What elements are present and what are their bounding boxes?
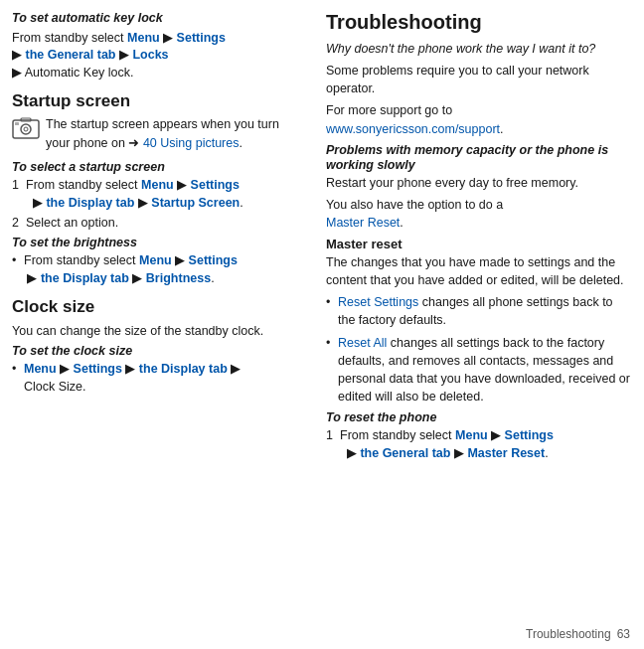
support-url: www.sonyericsson.com/support — [326, 122, 500, 136]
left-column: To set automatic key lock From standby s… — [12, 10, 320, 639]
select-startup-screen-block: To select a startup screen 1 From standb… — [12, 160, 306, 232]
settings-link-2: Settings — [191, 178, 240, 192]
clock-size-block: To set the clock size Menu ▶ Settings ▶ … — [12, 344, 306, 396]
auto-key-lock-instruction: To set automatic key lock From standby s… — [12, 10, 306, 81]
startup-screen-icon-area: The startup screen appears when you turn… — [12, 115, 306, 155]
display-tab-link-2: the Display tab — [41, 271, 129, 285]
clock-size-heading: Clock size — [12, 297, 306, 317]
svg-rect-4 — [15, 122, 19, 125]
reset-settings-bullet: Reset Settings changes all phone setting… — [326, 293, 632, 329]
clock-size-instruction: Menu ▶ Settings ▶ the Display tab ▶Clock… — [12, 360, 306, 396]
general-tab-link-2: the General tab — [360, 446, 450, 460]
using-pictures-link: 40 Using pictures — [143, 136, 240, 150]
startup-screen-description: The startup screen appears when you turn… — [46, 115, 306, 151]
menu-link-2: Menu — [141, 178, 174, 192]
brightness-block: To set the brightness From standby selec… — [12, 236, 306, 287]
memory-heading-block: Problems with memory capacity or the pho… — [326, 142, 632, 172]
settings-link-4: Settings — [74, 362, 122, 376]
camera-icon — [12, 117, 40, 139]
master-reset-menu-link: Master Reset — [467, 446, 545, 460]
display-tab-link-3: the Display tab — [139, 362, 228, 376]
startup-step-1: 1 From standby select Menu ▶ Settings ▶ … — [12, 176, 306, 212]
troubleshoot-para1: Some problems require you to call your n… — [326, 62, 632, 97]
memory-heading: Problems with memory capacity or the pho… — [326, 143, 608, 172]
auto-key-lock-heading: To set automatic key lock — [12, 10, 306, 28]
troubleshooting-heading: Troubleshooting — [326, 10, 632, 34]
clock-size-instruction-heading: To set the clock size — [12, 344, 306, 358]
troubleshoot-para2: For more support go towww.sonyericsson.c… — [326, 101, 632, 137]
reset-all-link: Reset All — [338, 336, 387, 350]
reset-settings-link: Reset Settings — [338, 295, 418, 309]
startup-step-2: 2 Select an option. — [12, 214, 306, 232]
select-startup-heading: To select a startup screen — [12, 160, 306, 174]
brightness-instruction: From standby select Menu ▶ Settings ▶ th… — [12, 251, 306, 287]
footer-label: Troubleshooting — [526, 627, 611, 641]
master-reset-option: You also have the option to do aMaster R… — [326, 196, 632, 232]
clock-size-description: You can change the size of the standby c… — [12, 322, 306, 340]
menu-link-3: Menu — [139, 253, 172, 267]
troubleshoot-question: Why doesn't the phone work the way I wan… — [326, 40, 632, 58]
svg-point-2 — [21, 124, 31, 134]
auto-key-lock-body: From standby select Menu ▶ Settings ▶ th… — [12, 31, 226, 80]
svg-point-3 — [24, 127, 28, 131]
settings-link-3: Settings — [189, 253, 238, 267]
startup-screen-heading: Startup screen — [12, 91, 306, 111]
reset-all-bullet: Reset All changes all settings back to t… — [326, 334, 632, 406]
brightness-heading: To set the brightness — [12, 236, 306, 249]
menu-link-5: Menu — [455, 428, 488, 442]
footer-page: 63 — [617, 627, 630, 641]
startup-screen-link: Startup Screen — [151, 196, 240, 210]
page-footer: Troubleshooting 63 — [526, 627, 630, 641]
reset-phone-heading: To reset the phone — [326, 410, 632, 424]
locks-link: Locks — [132, 48, 168, 62]
reset-step-1: 1 From standby select Menu ▶ Settings ▶ … — [326, 426, 632, 462]
general-tab-link: the General tab — [25, 48, 115, 62]
master-reset-link: Master Reset — [326, 216, 400, 230]
display-tab-link-1: the Display tab — [46, 196, 134, 210]
menu-link-4: Menu — [24, 362, 57, 376]
master-reset-section-heading: Master reset — [326, 237, 632, 251]
menu-link-1: Menu — [127, 31, 160, 45]
settings-link-5: Settings — [505, 428, 554, 442]
reset-phone-block: To reset the phone 1 From standby select… — [326, 410, 632, 462]
brightness-link: Brightness — [146, 271, 211, 285]
right-column: Troubleshooting Why doesn't the phone wo… — [320, 10, 632, 639]
master-reset-body: The changes that you have made to settin… — [326, 253, 632, 289]
memory-body: Restart your phone every day to free mem… — [326, 174, 632, 192]
settings-link-1: Settings — [177, 31, 226, 45]
